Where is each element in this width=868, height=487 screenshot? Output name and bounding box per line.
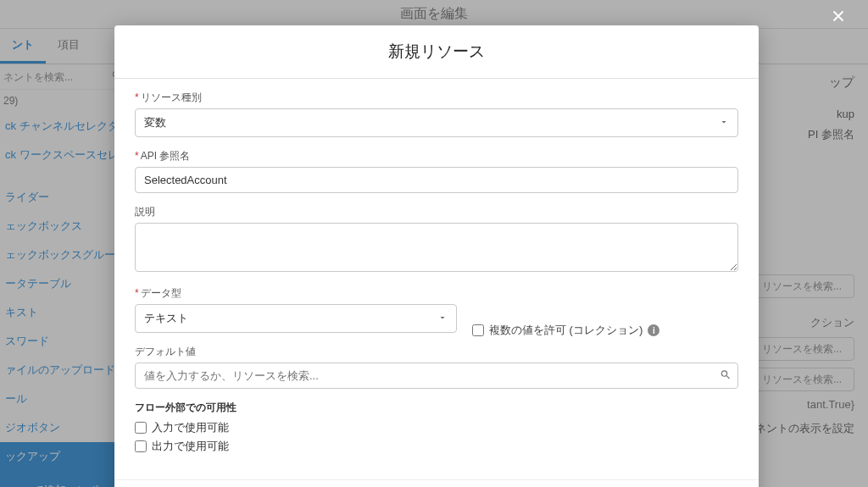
chevron-down-icon — [437, 313, 448, 325]
close-icon[interactable] — [829, 7, 848, 28]
modal-title: 新規リソース — [114, 25, 759, 79]
collection-checkbox-label[interactable]: 複数の値を許可 (コレクション) i — [472, 323, 659, 345]
data-type-select[interactable]: テキスト — [135, 304, 457, 333]
description-label: 説明 — [135, 205, 738, 219]
data-type-value: テキスト — [144, 311, 188, 326]
availability-title: フロー外部での可用性 — [135, 401, 738, 415]
avail-output-checkbox[interactable] — [135, 440, 147, 452]
resource-type-value: 変数 — [144, 115, 166, 130]
default-value-input[interactable] — [135, 362, 738, 389]
resource-type-select[interactable]: 変数 — [135, 108, 738, 137]
avail-output-label[interactable]: 出力で使用可能 — [135, 439, 738, 454]
data-type-label: *データ型 — [135, 286, 457, 301]
search-icon — [720, 368, 732, 383]
chevron-down-icon — [719, 117, 729, 130]
collection-checkbox[interactable] — [472, 324, 484, 336]
api-name-input[interactable] — [135, 167, 738, 193]
new-resource-modal: 新規リソース *リソース種別 変数 *API 参照名 説明 *データ型 テキスト — [114, 25, 759, 487]
api-name-label: *API 参照名 — [135, 149, 738, 163]
avail-input-checkbox[interactable] — [135, 422, 147, 434]
info-icon[interactable]: i — [648, 324, 659, 336]
resource-type-label: *リソース種別 — [135, 91, 738, 105]
avail-input-label[interactable]: 入力で使用可能 — [135, 420, 738, 435]
description-input[interactable] — [135, 223, 738, 272]
default-value-label: デフォルト値 — [135, 345, 738, 359]
